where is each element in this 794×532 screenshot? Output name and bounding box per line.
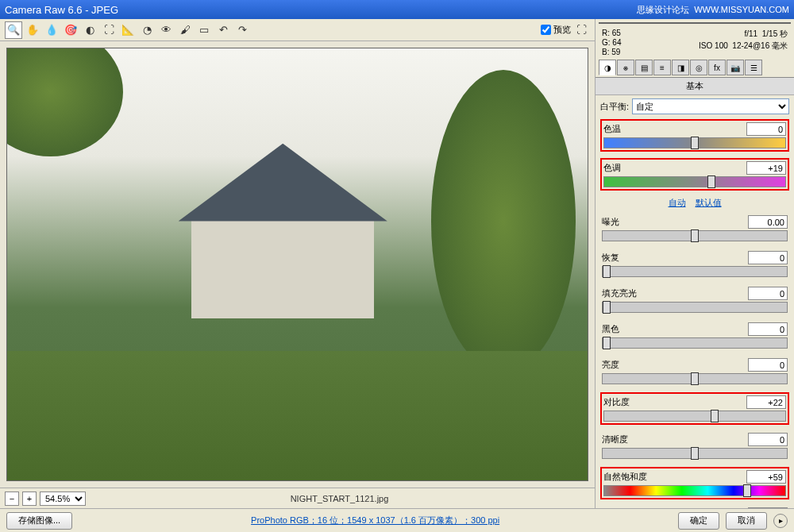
info-readout: R: 65 G: 64 B: 59 f/11 1/15 秒 ISO 100 12… <box>596 27 794 58</box>
slider-thumb-brightness[interactable] <box>691 372 699 385</box>
slider-thumb-fill[interactable] <box>603 301 611 314</box>
image-area <box>0 41 595 488</box>
slider-thumb-tint[interactable] <box>707 175 715 188</box>
metadata-link[interactable]: ProPhoto RGB；16 位；1549 x 1037（1.6 百万像素）；… <box>251 515 499 526</box>
slider-value-brightness[interactable] <box>748 358 788 372</box>
slider-label-tint: 色调 <box>603 162 621 174</box>
straighten-tool[interactable]: 📐 <box>119 21 137 39</box>
slider-thumb-black[interactable] <box>603 337 611 349</box>
titlebar: Camera Raw 6.6 - JPEG 思缘设计论坛 WWW.MISSYUA… <box>0 0 794 19</box>
slider-fill: 填充亮光 <box>600 285 789 314</box>
slider-track-temp[interactable] <box>603 137 786 148</box>
slider-track-black[interactable] <box>602 337 788 349</box>
slider-thumb-clarity[interactable] <box>691 447 699 460</box>
crop-tool[interactable]: ⛶ <box>100 21 118 39</box>
adjustment-brush-tool[interactable]: 🖌 <box>176 21 194 39</box>
tab-detail[interactable]: ▤ <box>635 60 653 75</box>
slider-track-tint[interactable] <box>603 176 786 187</box>
histogram[interactable] <box>599 22 791 24</box>
default-link[interactable]: 默认值 <box>696 197 722 209</box>
slider-temp: 色温 <box>600 119 789 152</box>
spot-removal-tool[interactable]: ◔ <box>138 21 156 39</box>
slider-exposure: 曝光 <box>600 214 789 243</box>
auto-link[interactable]: 自动 <box>669 197 686 209</box>
slider-clarity: 清晰度 <box>600 431 789 461</box>
slider-track-vibrance[interactable] <box>603 485 786 496</box>
slider-track-brightness[interactable] <box>602 373 788 384</box>
rotate-ccw-tool[interactable]: ↶ <box>214 21 232 39</box>
slider-track-fill[interactable] <box>602 302 788 313</box>
tab-camera[interactable]: 📷 <box>727 60 744 75</box>
slider-label-black: 黑色 <box>602 323 619 335</box>
slider-track-recovery[interactable] <box>602 266 788 277</box>
slider-label-recovery: 恢复 <box>602 252 619 264</box>
slider-contrast: 对比度 <box>600 392 789 425</box>
hand-tool[interactable]: ✋ <box>24 21 41 39</box>
slider-track-exposure[interactable] <box>602 230 788 241</box>
save-button[interactable]: 存储图像... <box>6 512 72 530</box>
slider-thumb-contrast[interactable] <box>711 410 719 422</box>
slider-track-clarity[interactable] <box>602 448 788 459</box>
slider-label-brightness: 亮度 <box>602 359 619 371</box>
slider-value-temp[interactable] <box>746 122 786 136</box>
rotate-cw-tool[interactable]: ↷ <box>233 21 251 39</box>
slider-label-clarity: 清晰度 <box>602 434 628 445</box>
slider-label-exposure: 曝光 <box>602 216 619 228</box>
slider-vibrance: 自然饱和度 <box>600 467 789 499</box>
slider-thumb-temp[interactable] <box>691 137 699 149</box>
slider-brightness: 亮度 <box>600 357 789 386</box>
slider-black: 黑色 <box>600 321 789 350</box>
tab-basic[interactable]: ◑ <box>599 60 616 75</box>
slider-label-temp: 色温 <box>603 123 621 135</box>
watermark-url: WWW.MISSYUAN.COM <box>694 5 789 14</box>
cancel-button[interactable]: 取消 <box>726 512 767 530</box>
tab-presets[interactable]: ☰ <box>745 60 762 75</box>
menu-icon[interactable]: ▸ <box>773 514 788 528</box>
zoom-out-button[interactable]: − <box>5 492 19 506</box>
slider-track-contrast[interactable] <box>603 411 786 422</box>
filename-label: NIGHT_START_1121.jpg <box>291 494 389 503</box>
slider-label-contrast: 对比度 <box>603 396 630 408</box>
target-adjust-tool[interactable]: ◐ <box>81 21 98 39</box>
slider-thumb-recovery[interactable] <box>603 265 611 278</box>
zoom-select[interactable]: 54.5% <box>40 492 86 506</box>
slider-tint: 色调 <box>600 158 789 191</box>
slider-value-exposure[interactable] <box>748 215 788 229</box>
preview-checkbox[interactable] <box>541 25 551 35</box>
white-balance-tool[interactable]: 💧 <box>43 21 60 39</box>
zoom-in-button[interactable]: + <box>22 492 37 506</box>
ok-button[interactable]: 确定 <box>678 512 719 530</box>
slider-value-tint[interactable] <box>746 161 786 175</box>
watermark-text: 思缘设计论坛 <box>637 4 689 16</box>
slider-value-saturation[interactable] <box>748 507 788 508</box>
wb-select[interactable]: 自定 <box>632 98 789 114</box>
redeye-tool[interactable]: 👁 <box>157 21 175 39</box>
right-panel: R: 65 G: 64 B: 59 f/11 1/15 秒 ISO 100 12… <box>596 19 794 508</box>
zoom-bar: − + 54.5% NIGHT_START_1121.jpg <box>0 488 595 508</box>
tab-hsl[interactable]: ≡ <box>653 60 671 75</box>
image-canvas[interactable] <box>6 48 588 481</box>
slider-saturation: 饱和度 <box>600 506 789 508</box>
slider-value-clarity[interactable] <box>748 433 788 446</box>
slider-value-black[interactable] <box>748 322 788 336</box>
preview-label: 预览 <box>553 24 571 36</box>
slider-value-contrast[interactable] <box>746 395 786 409</box>
toolbar: 🔍 ✋ 💧 🎯 ◐ ⛶ 📐 ◔ 👁 🖌 ▭ ↶ ↷ 预览 ⛶ <box>0 19 595 41</box>
slider-value-recovery[interactable] <box>748 251 788 264</box>
graduated-filter-tool[interactable]: ▭ <box>195 21 213 39</box>
panel-title: 基本 <box>596 78 794 95</box>
footer: 存储图像... ProPhoto RGB；16 位；1549 x 1037（1.… <box>0 508 794 532</box>
zoom-tool[interactable]: 🔍 <box>5 21 22 39</box>
tab-lens[interactable]: ◎ <box>690 60 707 75</box>
tab-fx[interactable]: fx <box>708 60 726 75</box>
slider-label-vibrance: 自然饱和度 <box>603 471 647 483</box>
slider-value-fill[interactable] <box>748 287 788 300</box>
fullscreen-toggle[interactable]: ⛶ <box>572 21 590 39</box>
slider-thumb-vibrance[interactable] <box>743 484 751 497</box>
slider-value-vibrance[interactable] <box>746 470 786 484</box>
tab-split[interactable]: ◨ <box>672 60 689 75</box>
tab-curve[interactable]: ⎈ <box>617 60 634 75</box>
slider-recovery: 恢复 <box>600 249 789 279</box>
color-sampler-tool[interactable]: 🎯 <box>62 21 79 39</box>
slider-thumb-exposure[interactable] <box>691 229 699 242</box>
